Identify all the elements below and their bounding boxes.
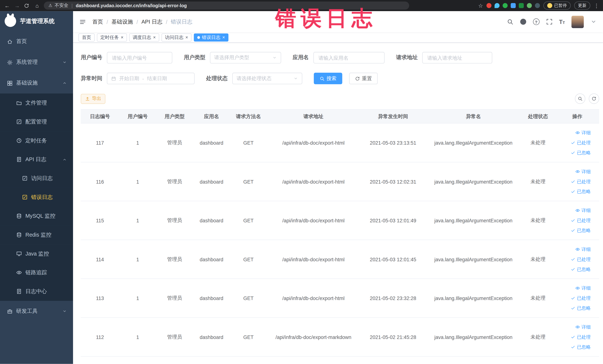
- sidebar-item[interactable]: 定时任务: [0, 131, 73, 150]
- detail-link[interactable]: 详细: [557, 205, 591, 215]
- github-icon[interactable]: [520, 19, 526, 25]
- check-icon: [571, 335, 575, 339]
- close-icon[interactable]: ×: [153, 35, 156, 40]
- font-size-icon[interactable]: T T: [559, 19, 565, 25]
- mark-processed-link[interactable]: 已处理: [557, 293, 591, 303]
- mark-processed-link[interactable]: 已处理: [557, 215, 591, 225]
- mark-processed-link[interactable]: 已处理: [557, 332, 591, 342]
- extension-icons: [487, 3, 540, 8]
- sidebar-item[interactable]: 错误日志: [0, 188, 73, 207]
- browser-extension-icon[interactable]: [511, 3, 516, 8]
- search-button[interactable]: 搜索: [314, 73, 342, 84]
- mark-ignored-link[interactable]: 已忽略: [557, 225, 591, 235]
- detail-link[interactable]: 详细: [557, 244, 591, 254]
- mark-processed-link[interactable]: 已处理: [557, 138, 591, 148]
- close-icon[interactable]: ×: [121, 35, 123, 40]
- browser-home-icon[interactable]: ⌂: [34, 3, 40, 8]
- avatar[interactable]: [571, 16, 584, 28]
- request-url-input[interactable]: [422, 52, 492, 63]
- table-cell: 1: [119, 201, 156, 240]
- mark-ignored-link[interactable]: 已忽略: [557, 148, 591, 158]
- browser-extension-icon[interactable]: [503, 3, 508, 8]
- table-cell: 未处理: [521, 279, 555, 318]
- chevron-down-icon[interactable]: [590, 19, 597, 25]
- update-label: 更新: [578, 3, 587, 9]
- sidebar-item[interactable]: API 日志: [0, 150, 73, 169]
- column-header: 异常名: [426, 109, 521, 123]
- sidebar-item-label: 首页: [16, 38, 27, 45]
- row-actions-cell: 详细已处理已忽略: [555, 123, 599, 162]
- chevron-down-icon: [272, 55, 277, 60]
- mark-ignored-link[interactable]: 已忽略: [557, 342, 591, 352]
- tab-item[interactable]: 访问日志×: [162, 33, 191, 41]
- sidebar-item[interactable]: 研发工具: [0, 301, 73, 322]
- reset-button[interactable]: 重置: [349, 73, 378, 84]
- user-type-select[interactable]: 请选择用户类型: [210, 52, 281, 63]
- process-status-select[interactable]: 请选择处理状态: [232, 73, 302, 84]
- sidebar-item[interactable]: 系统管理: [0, 52, 73, 73]
- column-header: 异常发生时间: [360, 109, 426, 123]
- breadcrumb-item[interactable]: API 日志: [141, 18, 162, 25]
- export-button[interactable]: 导出: [81, 94, 105, 104]
- sidebar-item[interactable]: 链路追踪: [0, 263, 73, 282]
- help-icon[interactable]: ?: [533, 19, 539, 25]
- detail-link[interactable]: 详细: [557, 128, 591, 138]
- tab-item[interactable]: 首页: [78, 33, 94, 41]
- browser-menu-icon[interactable]: ⋮: [594, 2, 599, 9]
- browser-extension-icon[interactable]: [487, 3, 491, 8]
- detail-link[interactable]: 详细: [557, 166, 591, 176]
- user-id-input[interactable]: [107, 52, 172, 63]
- breadcrumb-item[interactable]: 首页: [92, 18, 103, 25]
- date-range-picker[interactable]: 开始日期 - 结束日期: [107, 73, 195, 84]
- browser-extension-icon[interactable]: [535, 3, 540, 8]
- breadcrumb-item[interactable]: 基础设施: [111, 18, 133, 25]
- update-button[interactable]: 更新: [574, 1, 590, 10]
- sidebar-item[interactable]: 基础设施: [0, 73, 73, 94]
- sidebar-item[interactable]: 访问日志: [0, 169, 73, 188]
- column-header: 请求方法名: [230, 109, 267, 123]
- reload-icon[interactable]: [24, 3, 30, 8]
- app-logo[interactable]: 芋道管理系统: [0, 11, 73, 31]
- toggle-search-button[interactable]: [575, 94, 585, 104]
- mark-ignored-link[interactable]: 已忽略: [557, 303, 591, 313]
- sidebar-item[interactable]: 日志中心: [0, 282, 73, 301]
- paused-badge[interactable]: 已暂停: [543, 1, 570, 10]
- detail-link[interactable]: 详细: [557, 283, 591, 293]
- mark-processed-link[interactable]: 已处理: [557, 176, 591, 187]
- sidebar-item[interactable]: 首页: [0, 31, 73, 52]
- sidebar-item[interactable]: Redis 监控: [0, 225, 73, 244]
- browser-extension-icon[interactable]: [495, 3, 499, 8]
- sidebar-item[interactable]: Java 监控: [0, 244, 73, 263]
- mark-ignored-link[interactable]: 已忽略: [557, 187, 591, 197]
- mark-processed-link[interactable]: 已处理: [557, 254, 591, 264]
- detail-link[interactable]: 详细: [557, 322, 591, 332]
- close-icon[interactable]: ×: [185, 35, 188, 40]
- search-icon[interactable]: [507, 19, 513, 25]
- folder-icon: [16, 100, 22, 106]
- fullscreen-icon[interactable]: [546, 19, 552, 25]
- address-bar[interactable]: ⚠ 不安全 | dashboard.yudao.iocoder.cn/infra…: [44, 1, 409, 10]
- refresh-button[interactable]: [589, 94, 599, 104]
- sidebar-item[interactable]: MySQL 监控: [0, 207, 73, 225]
- browser-extension-icon[interactable]: [527, 3, 532, 8]
- hamburger-icon[interactable]: [79, 18, 86, 25]
- close-icon[interactable]: ×: [222, 35, 225, 40]
- clock-icon: [16, 138, 22, 143]
- tab-active[interactable]: 错误日志×: [194, 33, 229, 41]
- tab-item[interactable]: 调度日志×: [129, 33, 159, 41]
- app-name-input[interactable]: [313, 52, 385, 63]
- table-cell: GET: [230, 123, 267, 162]
- sidebar-item[interactable]: 配置管理: [0, 112, 73, 131]
- browser-extension-icon[interactable]: [519, 3, 524, 8]
- sidebar-item[interactable]: 文件管理: [0, 94, 73, 112]
- mark-ignored-link[interactable]: 已忽略: [557, 264, 591, 274]
- tab-label: 定时任务: [100, 34, 119, 41]
- back-icon[interactable]: ←: [4, 3, 10, 8]
- bookmark-star-icon[interactable]: ☆: [478, 2, 483, 9]
- sidebar-item-label: 基础设施: [16, 80, 38, 86]
- tab-item[interactable]: 定时任务×: [97, 33, 127, 41]
- row-actions-cell: 详细已处理已忽略: [555, 279, 599, 318]
- screen: ← → ⌂ ⚠ 不安全 | dashboard.yudao.iocoder.cn…: [0, 0, 603, 364]
- forward-icon[interactable]: →: [14, 3, 20, 8]
- table-cell: dashboard: [193, 279, 230, 318]
